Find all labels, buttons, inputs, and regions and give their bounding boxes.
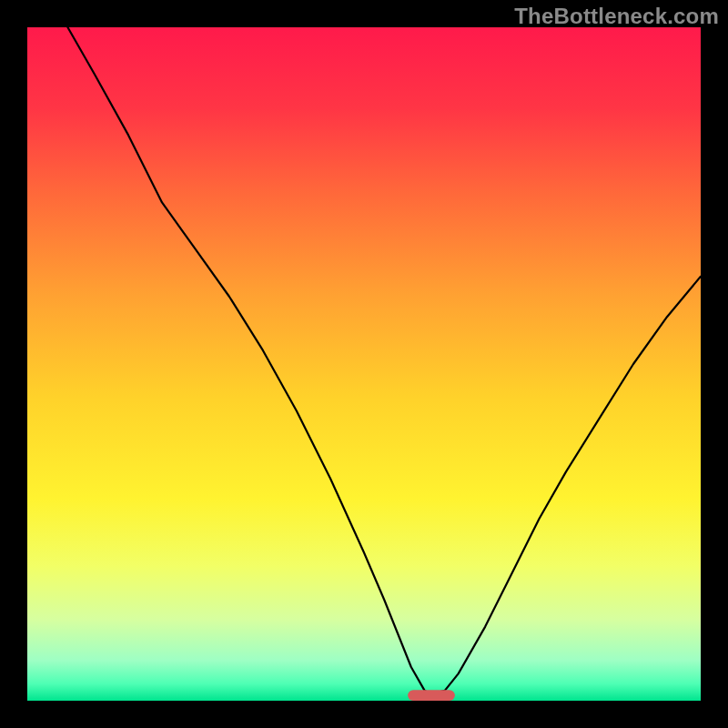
- optimal-marker: [408, 690, 455, 701]
- chart-frame: TheBottleneck.com: [0, 0, 728, 728]
- gradient-background: [27, 27, 701, 701]
- bottleneck-chart: [27, 27, 701, 701]
- watermark-text: TheBottleneck.com: [514, 4, 719, 29]
